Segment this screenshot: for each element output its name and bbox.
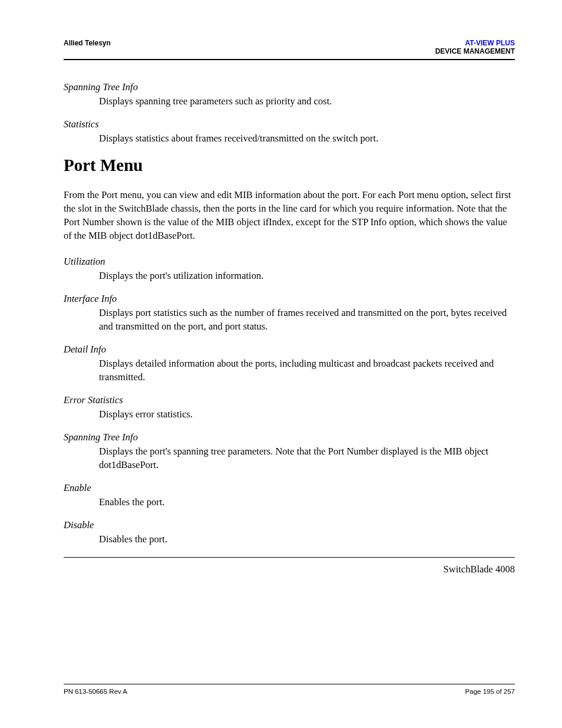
footer-part-number: PN 613-50665 Rev A [64, 688, 127, 695]
definition-description: Displays spanning tree parameters such a… [99, 94, 515, 108]
definition-term: Enable [64, 482, 515, 494]
definition-term: Detail Info [64, 344, 515, 355]
definition-term: Interface Info [64, 293, 515, 305]
page-footer: PN 613-50665 Rev A Page 195 of 257 [64, 684, 515, 695]
definition-description: Displays port statistics such as the num… [99, 306, 515, 333]
footer-page-number: Page 195 of 257 [465, 688, 515, 695]
definition-term: Spanning Tree Info [64, 81, 515, 93]
definition-description: Displays the port's utilization informat… [99, 269, 515, 282]
definition-description: Displays the port's spanning tree parame… [99, 444, 515, 472]
definition-description: Displays statistics about frames receive… [99, 131, 515, 145]
header-product-name: AT-VIEW PLUS [435, 39, 515, 47]
definition-description: Displays detailed information about the … [99, 357, 515, 384]
page-header: Allied Telesyn AT-VIEW PLUS DEVICE MANAG… [64, 39, 515, 60]
header-section-name: DEVICE MANAGEMENT [435, 47, 515, 55]
definition-term: Utilization [64, 256, 515, 268]
header-product: AT-VIEW PLUS DEVICE MANAGEMENT [435, 39, 515, 55]
intro-paragraph: From the Port menu, you can view and edi… [64, 188, 515, 242]
definition-term: Statistics [64, 118, 515, 130]
definition-term: Spanning Tree Info [64, 431, 515, 443]
definition-description: Disables the port. [99, 532, 515, 546]
device-model: SwitchBlade 4008 [64, 564, 515, 575]
top-definition-list: Spanning Tree Info Displays spanning tre… [64, 81, 515, 145]
port-definition-list: Utilization Displays the port's utilizat… [64, 256, 515, 546]
definition-term: Disable [64, 519, 515, 531]
definition-term: Error Statistics [64, 394, 515, 406]
horizontal-rule [64, 557, 515, 558]
definition-description: Displays error statistics. [99, 407, 515, 421]
definition-description: Enables the port. [99, 495, 515, 509]
section-heading: Port Menu [64, 156, 515, 175]
header-company: Allied Telesyn [64, 39, 111, 47]
